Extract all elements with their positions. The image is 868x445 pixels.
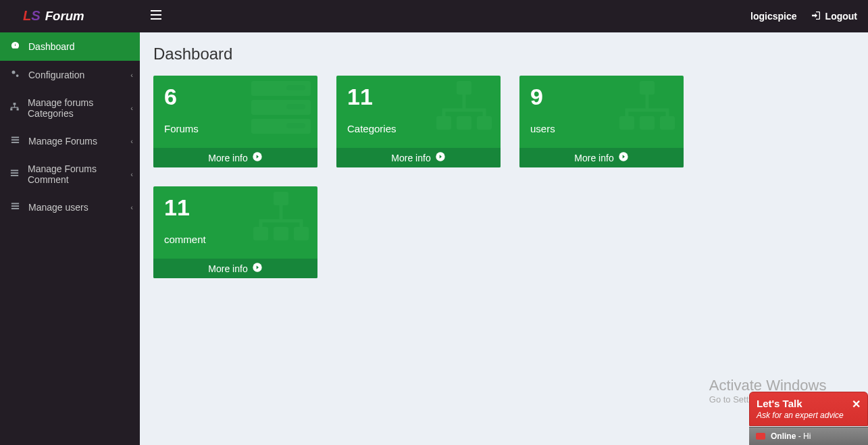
stat-value: 6 bbox=[164, 85, 307, 108]
list-icon bbox=[9, 201, 20, 213]
more-info-label: More info bbox=[208, 153, 247, 163]
chat-status-suffix: - Hi bbox=[798, 431, 811, 441]
svg-rect-9 bbox=[11, 142, 18, 143]
arrow-circle-icon bbox=[618, 151, 629, 164]
close-icon[interactable]: ✕ bbox=[852, 398, 861, 411]
chat-widget[interactable]: Let's Talk Ask for an expert advice ✕ bbox=[749, 392, 868, 426]
sidebar-item-label: Manage Forums bbox=[28, 136, 97, 147]
sidebar-item-label: Manage Forums Comment bbox=[28, 163, 130, 185]
arrow-circle-icon bbox=[252, 262, 263, 275]
svg-rect-8 bbox=[11, 139, 18, 140]
brand-logo[interactable]: LS Forum bbox=[0, 0, 140, 32]
svg-rect-6 bbox=[17, 108, 19, 110]
chevron-left-icon: ‹ bbox=[130, 203, 133, 211]
arrow-circle-icon bbox=[435, 151, 446, 164]
svg-rect-7 bbox=[11, 137, 18, 138]
svg-rect-4 bbox=[14, 103, 16, 105]
sidebar-item-manage-comments[interactable]: Manage Forums Comment ‹ bbox=[0, 155, 140, 193]
stat-label: users bbox=[530, 123, 673, 134]
stat-value: 11 bbox=[164, 196, 307, 219]
svg-rect-10 bbox=[11, 170, 18, 172]
stat-box-comments: 11 comment More info bbox=[153, 186, 317, 278]
svg-rect-15 bbox=[11, 208, 18, 209]
username-label: logicspice bbox=[750, 11, 796, 22]
list-icon bbox=[9, 168, 20, 180]
more-info-label: More info bbox=[574, 153, 613, 163]
svg-text:Forum: Forum bbox=[45, 9, 84, 23]
sidebar-item-manage-forums[interactable]: Manage Forums ‹ bbox=[0, 127, 140, 155]
svg-rect-13 bbox=[11, 203, 18, 205]
chat-header[interactable]: Let's Talk Ask for an expert advice ✕ bbox=[749, 392, 868, 426]
topbar: LS Forum logicspice Logout bbox=[0, 0, 868, 32]
sidebar-item-configuration[interactable]: Configuration ‹ bbox=[0, 61, 140, 89]
logout-icon bbox=[811, 10, 821, 23]
logout-link[interactable]: Logout bbox=[811, 10, 857, 23]
chat-subtitle: Ask for an expert advice bbox=[757, 411, 861, 420]
stat-box-users: 9 users More info bbox=[519, 76, 684, 167]
stat-boxes-row: 6 Forums More info 11 Categories bbox=[140, 69, 868, 285]
svg-rect-5 bbox=[10, 108, 12, 110]
sidebar-item-label: Manage forums Categories bbox=[28, 97, 130, 119]
chevron-left-icon: ‹ bbox=[130, 137, 133, 145]
sidebar-item-manage-categories[interactable]: Manage forums Categories ‹ bbox=[0, 89, 140, 127]
list-icon bbox=[9, 135, 20, 147]
svg-point-3 bbox=[16, 74, 18, 77]
chevron-left-icon: ‹ bbox=[130, 104, 133, 112]
sidebar-item-label: Configuration bbox=[28, 70, 84, 80]
stat-more-info-link[interactable]: More info bbox=[519, 148, 684, 167]
dashboard-icon bbox=[9, 41, 20, 53]
stat-label: Forums bbox=[164, 123, 307, 134]
stat-box-categories: 11 Categories More info bbox=[336, 76, 501, 167]
arrow-circle-icon bbox=[252, 151, 263, 164]
svg-rect-11 bbox=[11, 172, 18, 174]
svg-rect-12 bbox=[11, 175, 18, 176]
chevron-left-icon: ‹ bbox=[130, 170, 133, 178]
sidebar-item-label: Dashboard bbox=[28, 41, 75, 52]
stat-more-info-link[interactable]: More info bbox=[153, 259, 317, 278]
chevron-left-icon: ‹ bbox=[130, 71, 133, 79]
gears-icon bbox=[9, 69, 20, 81]
chat-status-bar[interactable]: Online - Hi bbox=[749, 427, 868, 445]
sidebar: Dashboard Configuration ‹ Manage forums … bbox=[0, 32, 140, 445]
sidebar-item-dashboard[interactable]: Dashboard bbox=[0, 32, 140, 61]
stat-more-info-link[interactable]: More info bbox=[336, 148, 501, 167]
more-info-label: More info bbox=[208, 263, 247, 274]
svg-rect-14 bbox=[11, 205, 18, 207]
stat-box-forums: 6 Forums More info bbox=[153, 76, 317, 167]
sidebar-toggle-icon[interactable] bbox=[151, 10, 161, 22]
stat-value: 11 bbox=[347, 85, 490, 108]
sitemap-icon bbox=[9, 102, 20, 114]
stat-value: 9 bbox=[530, 85, 673, 108]
chat-status-icon bbox=[756, 433, 765, 440]
username-link[interactable]: logicspice bbox=[750, 11, 796, 22]
stat-label: Categories bbox=[347, 123, 490, 134]
sidebar-item-manage-users[interactable]: Manage users ‹ bbox=[0, 193, 140, 221]
chat-title: Let's Talk bbox=[757, 398, 861, 409]
page-title: Dashboard bbox=[140, 32, 868, 69]
stat-label: comment bbox=[164, 234, 307, 245]
logout-label: Logout bbox=[825, 11, 857, 22]
sidebar-item-label: Manage users bbox=[28, 202, 88, 213]
stat-more-info-link[interactable]: More info bbox=[153, 148, 317, 167]
chat-status-label: Online bbox=[771, 431, 796, 441]
more-info-label: More info bbox=[391, 153, 430, 163]
svg-text:LS: LS bbox=[23, 8, 41, 23]
content-area: Dashboard 6 Forums More info bbox=[140, 32, 868, 445]
svg-point-2 bbox=[11, 71, 15, 74]
